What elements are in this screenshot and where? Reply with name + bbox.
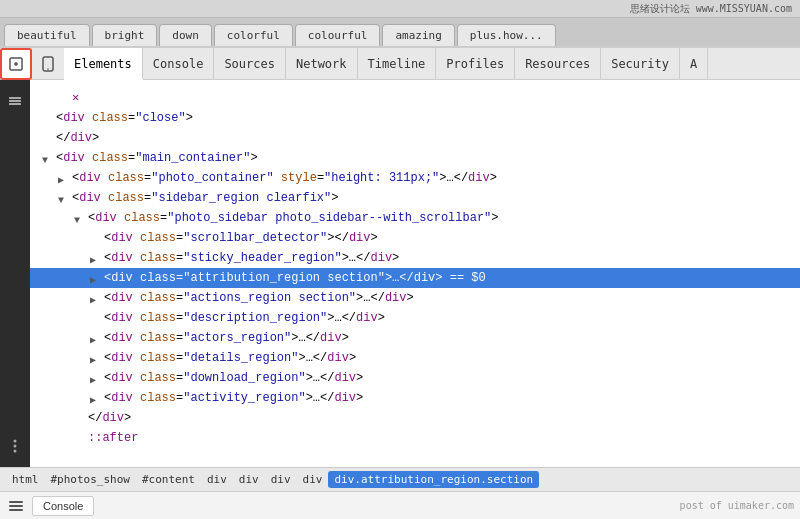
- triangle-actors[interactable]: [90, 332, 102, 344]
- breadcrumb-bar: html #photos_show #content div div div d…: [0, 467, 800, 491]
- tab-elements[interactable]: Elements: [64, 48, 143, 80]
- triangle-actions[interactable]: [90, 292, 102, 304]
- triangle-photo-sidebar[interactable]: [74, 212, 86, 224]
- left-sidebar: [0, 80, 30, 467]
- svg-rect-5: [9, 97, 21, 99]
- breadcrumb-div-2[interactable]: div: [233, 471, 265, 488]
- browser-tab-3[interactable]: down: [159, 24, 212, 46]
- code-line-close-photo-sidebar[interactable]: ▼ </div>: [30, 408, 800, 428]
- tab-resources[interactable]: Resources: [515, 48, 601, 80]
- triangle-download[interactable]: [90, 372, 102, 384]
- code-line-close-div-tag[interactable]: ▼ <div class="close">: [30, 108, 800, 128]
- console-tab-button[interactable]: Console: [32, 496, 94, 516]
- code-line-main-container[interactable]: <div class="main_container">: [30, 148, 800, 168]
- triangle-activity[interactable]: [90, 392, 102, 404]
- tab-timeline[interactable]: Timeline: [358, 48, 437, 80]
- tab-more[interactable]: A: [680, 48, 708, 80]
- code-line-scrollbar-detector[interactable]: ▼ <div class="scrollbar_detector"></div>: [30, 228, 800, 248]
- svg-point-8: [14, 440, 17, 443]
- browser-tab-bar: beautiful bright down colorful colourful…: [0, 18, 800, 46]
- code-line-actions-region[interactable]: <div class="actions_region section">…</d…: [30, 288, 800, 308]
- svg-point-10: [14, 450, 17, 453]
- svg-point-4: [47, 68, 49, 70]
- code-line-photo-container[interactable]: <div class="photo_container" style="heig…: [30, 168, 800, 188]
- browser-top-bar: 思绪设计论坛 www.MISSYUAN.com: [0, 0, 800, 18]
- code-line-actors-region[interactable]: <div class="actors_region">…</div>: [30, 328, 800, 348]
- code-line-photo-sidebar[interactable]: <div class="photo_sidebar photo_sidebar-…: [30, 208, 800, 228]
- devtools-panel: Elements Console Sources Network Timelin…: [0, 46, 800, 519]
- svg-rect-7: [9, 103, 21, 105]
- code-line-close-x[interactable]: ▼ ✕: [30, 88, 800, 108]
- triangle-photo-container[interactable]: [58, 172, 70, 184]
- browser-tab-5[interactable]: colourful: [295, 24, 381, 46]
- breadcrumb-html[interactable]: html: [6, 471, 45, 488]
- breadcrumb-div-4[interactable]: div: [297, 471, 329, 488]
- code-line-close-div-end[interactable]: ▼ </div>: [30, 128, 800, 148]
- browser-tab-6[interactable]: amazing: [382, 24, 454, 46]
- tab-security[interactable]: Security: [601, 48, 680, 80]
- tab-sources[interactable]: Sources: [214, 48, 286, 80]
- breadcrumb-div-1[interactable]: div: [201, 471, 233, 488]
- inspector-button[interactable]: [0, 48, 32, 80]
- code-line-description-region[interactable]: ▼ <div class="description_region">…</div…: [30, 308, 800, 328]
- console-menu-button[interactable]: [6, 496, 26, 516]
- code-line-after[interactable]: ▼ ::after: [30, 428, 800, 448]
- triangle-sidebar-region[interactable]: [58, 192, 70, 204]
- svg-rect-6: [9, 100, 21, 102]
- top-bar-text: 思绪设计论坛 www.MISSYUAN.com: [630, 2, 792, 16]
- tab-console[interactable]: Console: [143, 48, 215, 80]
- elements-panel: ▼ ✕ ▼ <div class="close"> ▼ </div> <div …: [30, 80, 800, 467]
- bottom-right-text: post of uimaker.com: [680, 500, 794, 511]
- devtools-toolbar: Elements Console Sources Network Timelin…: [0, 48, 800, 80]
- breadcrumb-attribution[interactable]: div.attribution_region.section: [328, 471, 539, 488]
- breadcrumb-content[interactable]: #content: [136, 471, 201, 488]
- browser-tab-7[interactable]: plus.how...: [457, 24, 556, 46]
- triangle-attribution[interactable]: [90, 272, 102, 284]
- bottom-console-bar: Console post of uimaker.com: [0, 491, 800, 519]
- tab-profiles[interactable]: Profiles: [436, 48, 515, 80]
- code-line-download-region[interactable]: <div class="download_region">…</div>: [30, 368, 800, 388]
- devtools-main: ▼ ✕ ▼ <div class="close"> ▼ </div> <div …: [0, 80, 800, 467]
- svg-point-9: [14, 445, 17, 448]
- triangle-main-container[interactable]: [42, 152, 54, 164]
- sidebar-icon-layers[interactable]: [2, 88, 28, 114]
- sidebar-icon-dots[interactable]: [2, 433, 28, 459]
- browser-tab-2[interactable]: bright: [92, 24, 158, 46]
- breadcrumb-photos-show[interactable]: #photos_show: [45, 471, 136, 488]
- browser-tab-4[interactable]: colorful: [214, 24, 293, 46]
- triangle-details[interactable]: [90, 352, 102, 364]
- tab-network[interactable]: Network: [286, 48, 358, 80]
- code-line-sidebar-region[interactable]: <div class="sidebar_region clearfix">: [30, 188, 800, 208]
- code-line-attribution-region[interactable]: <div class="attribution_region section">…: [30, 268, 800, 288]
- mobile-button[interactable]: [32, 48, 64, 80]
- triangle-sticky-header[interactable]: [90, 252, 102, 264]
- code-line-sticky-header[interactable]: <div class="sticky_header_region">…</div…: [30, 248, 800, 268]
- code-line-activity-region[interactable]: <div class="activity_region">…</div>: [30, 388, 800, 408]
- code-line-details-region[interactable]: <div class="details_region">…</div>: [30, 348, 800, 368]
- browser-tab-1[interactable]: beautiful: [4, 24, 90, 46]
- breadcrumb-div-3[interactable]: div: [265, 471, 297, 488]
